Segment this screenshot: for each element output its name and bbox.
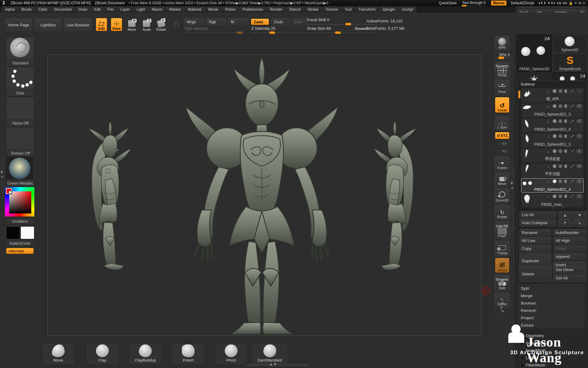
paste-button[interactable]: Paste bbox=[553, 245, 586, 252]
auto-collapse-button[interactable]: Auto Collapse bbox=[519, 219, 556, 226]
switch-color-button[interactable]: SwitchColor bbox=[6, 240, 34, 247]
reorder-down-button[interactable]: ↳ bbox=[573, 219, 587, 227]
left-tray-close-arrow[interactable] bbox=[0, 175, 3, 178]
persp-button[interactable]: Dynamic Persp bbox=[495, 62, 510, 78]
menu-zscript[interactable]: Zscript bbox=[399, 6, 416, 13]
menu-color[interactable]: Color bbox=[35, 6, 51, 13]
section-nanomesh[interactable]: NanoMesh bbox=[515, 347, 588, 354]
rename-button[interactable]: Rename bbox=[519, 229, 551, 236]
tool-tile-simplebrush[interactable]: S SimpleBrush bbox=[553, 53, 587, 72]
right-tray-open-arrow[interactable] bbox=[511, 182, 515, 185]
tray-brush-clay[interactable]: Clay bbox=[87, 344, 118, 364]
split-button[interactable]: Split bbox=[518, 285, 585, 292]
menu-alpha[interactable]: Alpha bbox=[2, 6, 18, 13]
menu-preferences[interactable]: Preferences bbox=[239, 6, 266, 13]
subtool-down-button[interactable]: ▼ bbox=[573, 211, 587, 219]
see-through-knob[interactable] bbox=[462, 5, 467, 6]
delete-button[interactable]: Delete bbox=[520, 266, 552, 282]
tray-brush-move[interactable]: Move bbox=[43, 344, 74, 364]
window-control-icons[interactable]: ⏴▮▮ ▮▮⏵ ⏴⧉ ⧉⏵ 🔒 ⏷ ⧉ ✕ bbox=[538, 1, 586, 5]
menu-macro[interactable]: Macro bbox=[149, 6, 166, 13]
menu-document[interactable]: Document bbox=[51, 6, 75, 13]
menu-draw[interactable]: Draw bbox=[75, 6, 90, 13]
left-tray-open-arrow[interactable] bbox=[1, 171, 5, 174]
secondary-color-swatch[interactable] bbox=[21, 226, 34, 239]
spix-knob[interactable] bbox=[498, 56, 504, 59]
menu-marker[interactable]: Marker bbox=[166, 6, 184, 13]
section-fibermesh[interactable]: FiberMesh bbox=[515, 361, 588, 368]
current-brush-button[interactable]: Standard bbox=[6, 37, 34, 67]
extract-button[interactable]: Extract bbox=[518, 321, 585, 329]
list-all-button[interactable]: List All bbox=[519, 211, 556, 218]
rot-z-button[interactable]: ↻Z bbox=[493, 149, 515, 153]
menus-button[interactable]: Menus bbox=[491, 1, 506, 6]
menu-transform[interactable]: Transform bbox=[355, 6, 379, 13]
menu-edit[interactable]: Edit bbox=[91, 6, 104, 13]
zsub-button[interactable]: Zsub bbox=[271, 18, 289, 25]
rotate-canvas-button[interactable]: ↻ Rotate bbox=[495, 205, 510, 220]
main-color-swatch[interactable] bbox=[6, 226, 20, 239]
color-saturation-square[interactable] bbox=[9, 191, 31, 213]
section-layers[interactable]: Layers bbox=[515, 354, 588, 361]
subtool-row-1[interactable]: ⤓ PM3D_Sphere3D1_3 bbox=[521, 103, 584, 117]
edit-mode-button[interactable]: Edit bbox=[96, 18, 107, 31]
append-button[interactable]: Append bbox=[553, 253, 586, 260]
menu-light[interactable]: Light bbox=[134, 6, 148, 13]
project-button[interactable]: Project bbox=[518, 314, 585, 321]
solo-button[interactable]: Dynamic Solo bbox=[495, 275, 510, 291]
zcut-button[interactable]: Zcut bbox=[291, 18, 308, 25]
rotate-gizmo-button[interactable]: R Rotate bbox=[155, 18, 168, 31]
current-material-button[interactable]: Green Metallic bbox=[6, 157, 34, 187]
tray-brush-damstandard[interactable]: DamStandard bbox=[253, 344, 287, 364]
lightbox-button[interactable]: LightBox bbox=[35, 18, 61, 31]
tray-brush-claybuildup[interactable]: ClayBuildup bbox=[130, 344, 161, 364]
all-high-button[interactable]: All High bbox=[553, 237, 586, 244]
menu-zplugin[interactable]: Zplugin bbox=[379, 6, 398, 13]
autoreorder-button[interactable]: AutoReorder bbox=[553, 229, 586, 236]
draw-mode-button[interactable]: Draw bbox=[111, 18, 122, 31]
local-button[interactable]: ↺ Local bbox=[495, 97, 510, 113]
menu-file[interactable]: File bbox=[104, 6, 116, 13]
m-button[interactable]: M bbox=[228, 18, 248, 25]
subtool-row-4[interactable]: ⤓ 帶頭盔髮 bbox=[521, 148, 584, 163]
menu-render[interactable]: Render bbox=[267, 6, 285, 13]
menu-brush[interactable]: Brush bbox=[18, 6, 35, 13]
gradient-button[interactable]: Gradient bbox=[6, 218, 34, 224]
xyz-button[interactable]: ↺ XYZ bbox=[495, 132, 510, 139]
rgb-button[interactable]: Rgb bbox=[206, 18, 226, 25]
menu-material[interactable]: Material bbox=[185, 6, 204, 13]
polyframe-button[interactable]: Line Fill PolyF bbox=[495, 221, 510, 239]
tray-brush-polish[interactable]: Polish bbox=[173, 344, 204, 364]
bottom-tray-arrows[interactable]: ▲▼ bbox=[269, 362, 277, 366]
lsym-button[interactable]: ←¦→ L.Sym bbox=[495, 117, 510, 130]
del-other-button[interactable]: Del Other bbox=[553, 266, 586, 273]
mrgb-button[interactable]: Mrgb bbox=[184, 18, 204, 25]
see-through-slider[interactable]: See-through 0 bbox=[461, 1, 487, 6]
menu-layer[interactable]: Layer bbox=[117, 6, 133, 13]
menu-stroke[interactable]: Stroke bbox=[304, 6, 322, 13]
boolean-button[interactable]: Boolean bbox=[518, 299, 585, 307]
copy-button[interactable]: Copy bbox=[519, 245, 551, 252]
transp-button[interactable]: Transp bbox=[495, 241, 510, 256]
menu-movie[interactable]: Movie bbox=[205, 6, 221, 13]
menu-stencil[interactable]: Stencil bbox=[286, 6, 304, 13]
subtool-row-2[interactable]: ⤓ PM3D_Sphere3D1_4 bbox=[521, 118, 584, 132]
ghost-button[interactable]: Ghost bbox=[495, 258, 510, 273]
subtool-up-button[interactable]: ▲ bbox=[558, 211, 572, 219]
floor-button[interactable]: X Y Z Floor bbox=[495, 80, 510, 94]
subtool-row-3[interactable]: ⤓ PM3D_Sphere3D1_3 bbox=[521, 133, 584, 148]
bottom-tray-divider[interactable] bbox=[246, 364, 308, 366]
bpr-button[interactable]: BPR bbox=[495, 36, 510, 50]
color-cursor[interactable] bbox=[9, 191, 12, 194]
home-page-button[interactable]: Home Page bbox=[6, 18, 32, 31]
tool-tile-selected[interactable]: 24 PM3D_Sphere3D bbox=[517, 35, 552, 72]
move-canvas-button[interactable]: Move bbox=[495, 172, 510, 186]
tray-brush-pinch[interactable]: Pinch bbox=[216, 344, 246, 364]
subtool-row-5[interactable]: ⤓ 平常頭髮 bbox=[521, 163, 584, 178]
spix-slider[interactable]: SPix 3 bbox=[493, 53, 515, 60]
all-low-button[interactable]: All Low bbox=[519, 237, 551, 244]
remesh-button[interactable]: Remesh bbox=[518, 307, 585, 314]
menu-picker[interactable]: Picker bbox=[222, 6, 239, 13]
alternate-button[interactable]: Alternate bbox=[6, 248, 34, 254]
current-alpha-button[interactable]: Alpha Off bbox=[6, 97, 34, 127]
